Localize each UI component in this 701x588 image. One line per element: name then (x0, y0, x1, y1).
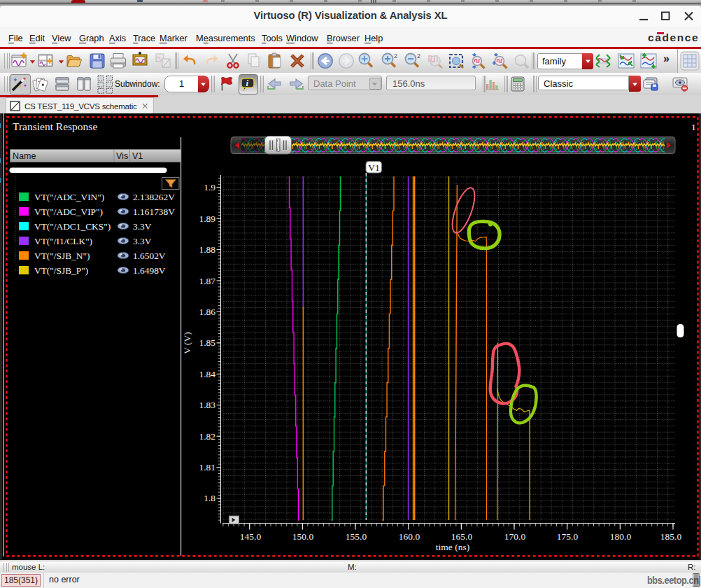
svg-text:180.0: 180.0 (610, 531, 632, 542)
svg-text:1.88: 1.88 (199, 244, 215, 255)
svg-text:1.82: 1.82 (199, 431, 215, 442)
svg-text:V1: V1 (132, 151, 143, 161)
svg-text:VT("/I1/CLK"): VT("/I1/CLK") (34, 236, 92, 246)
svg-text:145.0: 145.0 (240, 531, 262, 542)
svg-text:1.87: 1.87 (199, 276, 215, 286)
svg-text:1: 1 (691, 122, 696, 132)
svg-text:1.85: 1.85 (199, 337, 215, 348)
svg-text:2: 2 (417, 52, 420, 59)
svg-text:1.6502V: 1.6502V (133, 251, 166, 261)
svg-text:1.81: 1.81 (199, 462, 215, 472)
svg-text:155.0: 155.0 (346, 531, 367, 542)
svg-text:time (ns): time (ns) (436, 542, 469, 552)
svg-text:VT("/ADC_VIP"): VT("/ADC_VIP") (34, 206, 103, 217)
svg-text:1.6498V: 1.6498V (133, 265, 166, 276)
svg-text:VT("/ADC1_CKS"): VT("/ADC1_CKS") (34, 221, 111, 232)
svg-text:1.83: 1.83 (199, 400, 215, 410)
svg-text:i: i (246, 78, 249, 88)
svg-text:160.0: 160.0 (399, 531, 420, 542)
svg-text:VT("/SJB_N"): VT("/SJB_N") (34, 251, 90, 261)
svg-text:Vis: Vis (116, 151, 128, 161)
svg-text:1.89: 1.89 (199, 214, 215, 224)
svg-text:3.3V: 3.3V (133, 221, 152, 232)
svg-text:170.0: 170.0 (504, 531, 526, 542)
svg-text:VT("/ADC_VIN"): VT("/ADC_VIN") (34, 192, 104, 202)
svg-text:1.86: 1.86 (199, 307, 215, 317)
svg-text:V1: V1 (368, 162, 380, 173)
svg-text:Name: Name (13, 151, 36, 161)
svg-text:1.161738V: 1.161738V (133, 206, 175, 217)
svg-text:165.0: 165.0 (451, 531, 473, 542)
svg-text:1.8: 1.8 (204, 493, 215, 503)
svg-text:175.0: 175.0 (557, 531, 579, 542)
svg-text:1.84: 1.84 (199, 369, 215, 379)
svg-text:1.9: 1.9 (204, 182, 215, 192)
svg-text:2.138262V: 2.138262V (133, 192, 175, 202)
svg-text:V (V): V (V) (182, 332, 192, 354)
svg-text:VT("/SJB_P"): VT("/SJB_P") (34, 265, 88, 276)
svg-text:185.0: 185.0 (660, 531, 682, 542)
svg-text:2: 2 (394, 52, 397, 59)
svg-text:150.0: 150.0 (292, 531, 314, 542)
svg-text:Transient Response: Transient Response (13, 120, 97, 132)
svg-text:3.3V: 3.3V (133, 236, 152, 246)
